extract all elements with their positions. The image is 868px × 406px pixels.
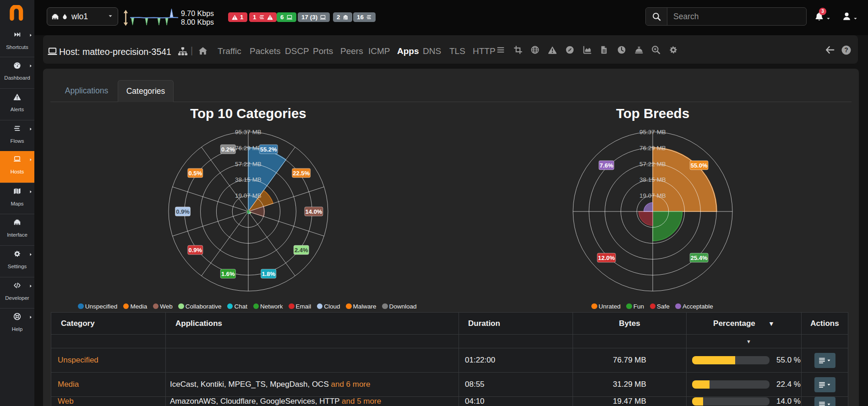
svg-text:19.07 MB: 19.07 MB <box>639 192 666 199</box>
svg-text:76.29 MB: 76.29 MB <box>639 145 666 152</box>
svg-text:19.07 MB: 19.07 MB <box>235 192 262 199</box>
svg-text:2.4%: 2.4% <box>295 247 308 254</box>
svg-text:1.8%: 1.8% <box>262 271 275 277</box>
svg-text:14.0%: 14.0% <box>306 208 322 215</box>
svg-text:55.2%: 55.2% <box>260 146 277 153</box>
svg-text:1.6%: 1.6% <box>221 271 235 277</box>
svg-text:95.37 MB: 95.37 MB <box>235 129 262 135</box>
svg-text:38.15 MB: 38.15 MB <box>235 176 262 183</box>
svg-text:0.9%: 0.9% <box>188 247 202 254</box>
svg-text:57.22 MB: 57.22 MB <box>235 161 262 168</box>
svg-text:0.2%: 0.2% <box>221 146 235 153</box>
svg-text:95.37 MB: 95.37 MB <box>639 129 666 135</box>
svg-text:57.22 MB: 57.22 MB <box>639 161 666 168</box>
svg-text:38.15 MB: 38.15 MB <box>639 176 666 183</box>
svg-text:55.0%: 55.0% <box>691 162 708 169</box>
svg-text:?: ? <box>844 46 848 54</box>
svg-text:22.5%: 22.5% <box>293 170 310 177</box>
svg-text:76.29 MB: 76.29 MB <box>235 145 262 152</box>
svg-text:25.4%: 25.4% <box>691 254 708 261</box>
svg-text:0.9%: 0.9% <box>176 208 190 215</box>
svg-text:0.5%: 0.5% <box>188 170 202 177</box>
svg-text:7.6%: 7.6% <box>600 162 613 169</box>
svg-text:12.0%: 12.0% <box>598 254 615 261</box>
